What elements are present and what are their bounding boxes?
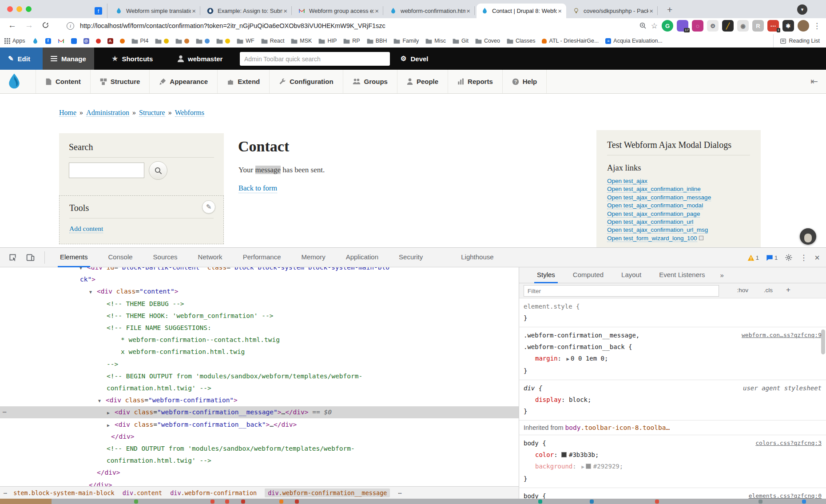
more-actions-icon[interactable]: ⋯ — [3, 406, 7, 418]
breadcrumb-link-administration[interactable]: Administration — [86, 109, 129, 117]
avatar-extension-icon[interactable] — [798, 20, 809, 32]
add-content-link[interactable]: Add content — [69, 225, 103, 233]
bookmark-hip[interactable]: HIP — [318, 38, 337, 44]
bookmark-item-13[interactable] — [216, 38, 230, 44]
menu-item-content[interactable]: Content — [36, 70, 90, 93]
hov-toggle[interactable]: :hov — [737, 287, 748, 294]
menu-item-groups[interactable]: Groups — [343, 70, 397, 93]
devtools-close-icon[interactable]: × — [814, 253, 820, 263]
bookmark-rp[interactable]: RP — [343, 38, 360, 44]
reading-list-button[interactable]: Reading List — [773, 34, 820, 48]
chat-widget-avatar[interactable] — [800, 228, 816, 245]
expand-arrow-icon[interactable]: ▶ — [107, 407, 110, 419]
close-window-button[interactable] — [7, 6, 13, 12]
red-chat-extension-icon[interactable]: ⋯1 — [767, 20, 779, 32]
dom-node-line[interactable]: <!-- END OUTPUT from 'modules/sandbox/we… — [0, 443, 519, 455]
menu-item-help[interactable]: ?Help — [502, 70, 547, 93]
device-toolbar-icon[interactable] — [26, 253, 35, 262]
tab-close-icon[interactable]: × — [648, 7, 654, 15]
ajax-link[interactable]: Open test_ajax — [607, 178, 647, 185]
dom-node-line[interactable]: ▶<div class="webform-confirmation__back"… — [0, 419, 519, 431]
site-info-icon[interactable]: i — [67, 22, 74, 30]
tab-active[interactable]: Contact | Drupal 8: Webform D× — [477, 4, 566, 18]
expand-value-icon[interactable]: ▶ — [565, 356, 571, 362]
styles-scrollbar-thumb[interactable] — [821, 329, 825, 354]
tab-close-icon[interactable]: × — [282, 7, 288, 15]
dom-crumb[interactable]: div.webform-confirmation — [170, 489, 257, 496]
drupal-logo-icon[interactable] — [5, 73, 23, 91]
ajax-link[interactable]: Open test_ajax_confirmation_message — [607, 194, 711, 201]
stylesheet-link[interactable]: colors.css?qzfcnq:3 — [755, 437, 822, 449]
bookmark-item-7[interactable]: A — [107, 38, 113, 44]
devtools-tab-memory[interactable]: Memory — [291, 248, 336, 267]
stylesheet-link[interactable]: webform.con…ss?qzfcnq:9 — [742, 329, 822, 341]
devel-button[interactable]: ⚙ Devel — [393, 48, 436, 70]
back-icon[interactable]: ← — [8, 20, 16, 30]
expand-arrow-icon[interactable]: ▶ — [107, 419, 110, 431]
dom-node-line[interactable]: * webform-confirmation--contact.html.twi… — [0, 334, 519, 346]
tab-0[interactable]: Webform simple translation fai× — [111, 4, 200, 18]
pinned-tab[interactable]: f — [90, 4, 107, 18]
dom-node-line[interactable]: ▼<div class="content"> — [0, 286, 519, 298]
search-input[interactable] — [69, 163, 144, 178]
tab-close-icon[interactable]: × — [557, 7, 563, 15]
bookmark-item-2[interactable]: f — [45, 38, 51, 44]
warnings-badge[interactable]: 1 — [747, 254, 759, 261]
bookmark-coveo[interactable]: Coveo — [475, 38, 500, 44]
menu-item-extend[interactable]: Extend — [217, 70, 269, 93]
bookmark-bbh[interactable]: BBH — [367, 38, 387, 44]
color-swatch[interactable] — [561, 452, 567, 457]
breadcrumb-link-webforms[interactable]: Webforms — [175, 109, 204, 117]
menu-item-configuration[interactable]: Configuration — [269, 70, 342, 93]
breadcrumb-link-home[interactable]: Home — [59, 109, 76, 117]
bookmark-item-3[interactable] — [58, 38, 64, 44]
menu-item-appearance[interactable]: Appearance — [149, 70, 217, 93]
inherited-node-classes[interactable]: .toolbar-icon-8.toolba… — [580, 424, 670, 431]
toolbar-orientation-toggle-icon[interactable]: ⇤ — [810, 76, 818, 87]
bookmark-item-1[interactable] — [32, 38, 39, 44]
dom-node-line-selected[interactable]: ⋯▶<div class="webform-confirmation__mess… — [0, 406, 519, 418]
camera-extension-icon[interactable]: ◌ — [692, 20, 703, 32]
inspect-element-icon[interactable] — [8, 253, 17, 262]
dom-node-line[interactable]: ck"> — [0, 274, 519, 286]
bookmark-acquia-evaluation-[interactable]: ≡Acquia Evaluation... — [605, 38, 663, 44]
tab-5[interactable]: coveo/sdkpushphp - Packagist× — [568, 4, 658, 18]
tab-close-icon[interactable]: × — [465, 7, 471, 15]
ajax-link[interactable]: Open test_ajax_confirmation_page — [607, 210, 700, 218]
bookmark-item-4[interactable] — [71, 38, 77, 44]
stylesheet-link[interactable]: elements.css?qzfcnq:0 — [749, 490, 822, 499]
bookmark-react[interactable]: React — [261, 38, 285, 44]
dark-extension-icon[interactable]: ✱ — [782, 20, 794, 32]
purple-extension-icon[interactable]: 17 — [677, 20, 688, 32]
sidebar-tab-computed[interactable]: Computed — [564, 267, 612, 283]
dom-crumb[interactable]: stem.block-system-main-block — [13, 489, 115, 496]
dom-node-line[interactable]: </div> — [0, 431, 519, 443]
user-menu-button[interactable]: webmaster — [170, 48, 230, 70]
style-property[interactable]: margin: ▶0 0 1em 0; — [524, 353, 822, 365]
dom-node-line[interactable]: </div> — [0, 479, 519, 486]
expand-arrow-icon[interactable]: ▼ — [89, 286, 92, 298]
styles-filter-input[interactable] — [524, 285, 719, 297]
dom-node-line[interactable]: confirmation.html.twig' --> — [0, 382, 519, 394]
bookmark-apps[interactable]: Apps — [4, 38, 25, 44]
menu-item-people[interactable]: People — [397, 70, 448, 93]
ajax-link[interactable]: Open test_ajax_confirmation_url_msg — [607, 226, 708, 234]
sidebar-tab-styles[interactable]: Styles — [528, 267, 564, 283]
r-extension-icon[interactable]: R — [752, 20, 764, 32]
minimize-window-button[interactable] — [16, 6, 22, 12]
dom-crumb-selected[interactable]: div.webform-confirmation__message — [265, 488, 390, 497]
shortcuts-button[interactable]: ★ Shortcuts — [104, 48, 161, 70]
breadcrumb-overflow-icon[interactable]: ⋯ — [4, 489, 7, 496]
new-style-rule-button[interactable]: + — [786, 286, 790, 294]
style-property[interactable]: color: #3b3b3b; — [524, 449, 822, 460]
grammarly-icon[interactable]: G — [662, 20, 673, 32]
bookmark-classes[interactable]: Classes — [507, 38, 535, 44]
search-submit-button[interactable] — [149, 161, 167, 180]
zoom-level-icon[interactable] — [639, 22, 647, 30]
url-text[interactable]: http://localhost/wf/form/contact/confirm… — [80, 22, 385, 29]
bookmark-family[interactable]: Family — [393, 38, 419, 44]
devtools-tab-console[interactable]: Console — [98, 248, 143, 267]
bookmark-atl-drieshairge-[interactable]: ATL - DriesHairGe... — [542, 38, 599, 44]
forward-icon[interactable]: → — [25, 20, 33, 30]
eyedropper-extension-icon[interactable]: ╱ — [722, 20, 734, 32]
